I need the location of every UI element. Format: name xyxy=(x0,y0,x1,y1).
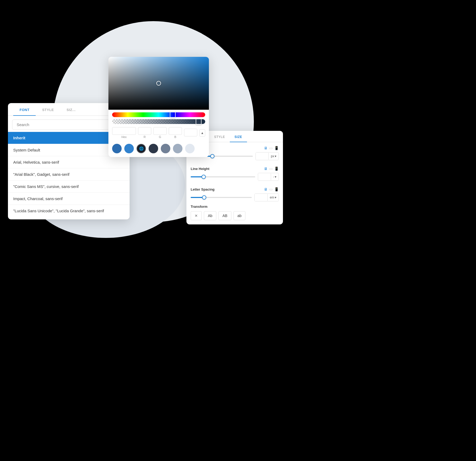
alpha-input-group: 1 xyxy=(184,129,197,137)
transform-btn-capitalize[interactable]: Ab xyxy=(204,211,216,220)
b-input-group: 44 B xyxy=(169,127,182,139)
device-icons-font-size: 🖥 ▭ 📱 xyxy=(264,146,279,150)
color-inputs: 1A202C Hex 26 R 32 G 44 B 1 ▲ xyxy=(108,124,209,142)
hex-input[interactable]: 1A202C xyxy=(112,127,136,135)
desktop-icon-lh[interactable]: 🖥 xyxy=(264,167,268,171)
color-hue-slider[interactable] xyxy=(112,112,205,117)
color-alpha-thumb[interactable] xyxy=(196,118,202,125)
font-item-lucida[interactable]: "Lucida Sans Unicode", "Lucida Grande", … xyxy=(8,205,130,217)
hex-input-group: 1A202C Hex xyxy=(112,127,136,139)
tablet-icon-lh[interactable]: ▭ xyxy=(269,167,273,171)
swatch-gray1[interactable] xyxy=(161,144,170,153)
letter-spacing-slider-thumb[interactable] xyxy=(202,195,206,200)
tablet-icon[interactable]: ▭ xyxy=(269,146,273,150)
letter-spacing-input-group: 1 em ▾ xyxy=(254,193,279,201)
tab-size[interactable]: SIZ... xyxy=(60,103,82,116)
size-tab-style[interactable]: STYLE xyxy=(209,131,230,142)
b-input[interactable]: 44 xyxy=(169,127,182,135)
font-size-slider-thumb[interactable] xyxy=(210,154,214,158)
color-swatches: 🌐 xyxy=(108,142,209,157)
font-item-impact[interactable]: Impact, Charcoal, sans-serif xyxy=(8,193,130,205)
letter-spacing-header: Letter Spacing 🖥 ▭ 📱 xyxy=(191,187,279,191)
device-icons-letter-spacing: 🖥 ▭ 📱 xyxy=(264,187,279,191)
color-picker-cursor[interactable] xyxy=(156,81,161,86)
b-label: B xyxy=(174,135,176,139)
color-hue-thumb[interactable] xyxy=(170,112,176,118)
mobile-icon-ls[interactable]: 📱 xyxy=(274,187,279,191)
line-height-slider-track[interactable] xyxy=(191,176,255,177)
line-height-unit[interactable]: - ▾ xyxy=(271,173,278,180)
swatch-blue2[interactable] xyxy=(124,144,134,153)
size-tab-size[interactable]: SIZE xyxy=(230,131,247,142)
swatch-blue1[interactable] xyxy=(112,144,122,153)
r-input-group: 26 R xyxy=(138,127,151,139)
desktop-icon[interactable]: 🖥 xyxy=(264,146,268,150)
desktop-icon-ls[interactable]: 🖥 xyxy=(264,187,268,191)
line-height-input[interactable]: 1.5 xyxy=(258,173,271,181)
swatch-dark1[interactable]: 🌐 xyxy=(136,144,146,153)
g-label: G xyxy=(159,135,161,139)
swatch-gray2[interactable] xyxy=(173,144,182,153)
font-item-comic-sans[interactable]: "Comic Sans MS", cursive, sans-serif xyxy=(8,181,130,193)
mobile-icon-lh[interactable]: 📱 xyxy=(274,167,279,171)
tablet-icon-ls[interactable]: ▭ xyxy=(269,187,273,191)
transform-btn-none[interactable]: ✕ xyxy=(191,211,202,220)
font-item-arial[interactable]: Arial, Helvetica, sans-serif xyxy=(8,156,130,168)
transform-buttons: ✕ Ab AB ab xyxy=(191,211,279,220)
line-height-section: Line Height 🖥 ▭ 📱 1.5 - ▾ xyxy=(186,163,283,181)
g-input[interactable]: 32 xyxy=(153,127,167,135)
hex-label: Hex xyxy=(121,135,127,139)
letter-spacing-unit[interactable]: em ▾ xyxy=(267,194,278,201)
r-input[interactable]: 26 xyxy=(138,127,151,135)
tab-font[interactable]: FONT xyxy=(13,103,36,116)
transform-label: Transform xyxy=(191,205,279,209)
line-height-control-row: 1.5 - ▾ xyxy=(191,173,279,181)
swatch-dark2[interactable] xyxy=(149,144,158,153)
letter-spacing-input[interactable]: 1 xyxy=(255,194,267,201)
letter-spacing-control-row: 1 em ▾ xyxy=(191,193,279,201)
collapse-button[interactable]: ▲ xyxy=(199,129,205,137)
g-input-group: 32 G xyxy=(153,127,167,139)
device-icons-line-height: 🖥 ▭ 📱 xyxy=(264,167,279,171)
letter-spacing-section: Letter Spacing 🖥 ▭ 📱 1 em ▾ xyxy=(186,183,283,201)
alpha-input[interactable]: 1 xyxy=(184,129,197,136)
tab-style[interactable]: STYLE xyxy=(36,103,60,116)
font-size-input-group: 32 px ▾ xyxy=(255,152,279,160)
swatch-light1[interactable] xyxy=(185,144,195,153)
transform-btn-uppercase[interactable]: AB xyxy=(218,211,231,220)
letter-spacing-label: Letter Spacing xyxy=(191,187,214,191)
transform-section: Transform ✕ Ab AB ab xyxy=(186,201,283,220)
color-picker-panel: 1A202C Hex 26 R 32 G 44 B 1 ▲ 🌐 xyxy=(108,57,209,157)
line-height-slider-thumb[interactable] xyxy=(202,175,206,179)
r-label: R xyxy=(144,135,146,139)
line-height-input-group: 1.5 - ▾ xyxy=(258,173,279,181)
font-size-unit[interactable]: px ▾ xyxy=(268,153,278,160)
font-item-arial-black[interactable]: "Arial Black", Gadget, sans-serif xyxy=(8,168,130,181)
color-gradient[interactable] xyxy=(108,57,209,110)
letter-spacing-slider-track[interactable] xyxy=(191,197,252,198)
color-alpha-slider[interactable] xyxy=(112,119,205,124)
mobile-icon[interactable]: 📱 xyxy=(274,146,279,150)
font-size-input[interactable]: 32 xyxy=(256,153,268,160)
line-height-label: Line Height xyxy=(191,167,209,171)
transform-btn-lowercase[interactable]: ab xyxy=(234,211,246,220)
line-height-header: Line Height 🖥 ▭ 📱 xyxy=(191,167,279,171)
